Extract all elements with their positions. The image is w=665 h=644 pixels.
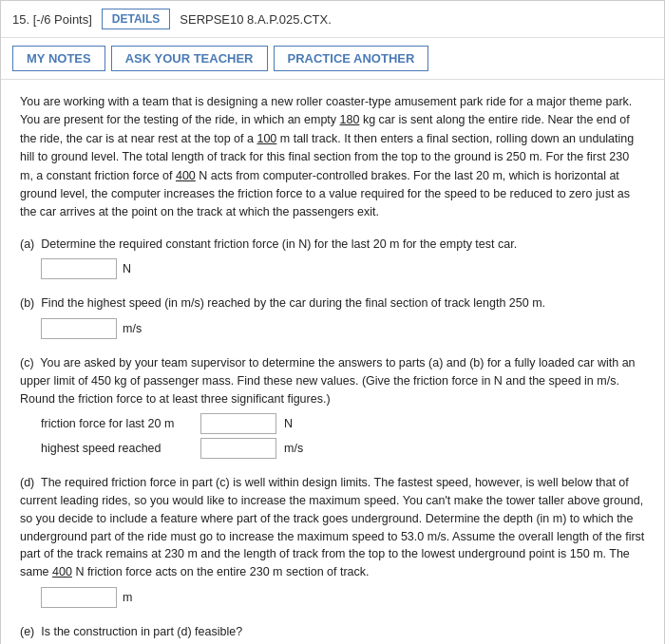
part-b: (b) Find the highest speed (in m/s) reac… <box>20 294 645 339</box>
nav-bar: MY NOTES ASK YOUR TEACHER PRACTICE ANOTH… <box>1 38 664 80</box>
part-b-input[interactable] <box>41 318 117 339</box>
problem-text: You are working with a team that is desi… <box>20 93 645 222</box>
part-c-friction-unit: N <box>284 417 293 430</box>
part-c-speed-row: highest speed reached m/s <box>41 438 645 459</box>
part-d-unit: m <box>123 591 132 604</box>
part-d-input[interactable] <box>41 587 117 608</box>
part-c-question: (c) You are asked by your team superviso… <box>20 354 645 407</box>
part-a-input[interactable] <box>41 258 117 279</box>
part-c-speed-unit: m/s <box>284 442 303 455</box>
my-notes-button[interactable]: MY NOTES <box>12 46 105 71</box>
question-code: SERPSE10 8.A.P.025.CTX. <box>180 12 331 27</box>
ask-teacher-button[interactable]: ASK YOUR TEACHER <box>111 46 268 71</box>
part-b-question: (b) Find the highest speed (in m/s) reac… <box>20 294 645 313</box>
part-a: (a) Determine the required constant fric… <box>20 236 645 280</box>
part-c-friction-label: friction force for last 20 m <box>41 417 193 430</box>
part-e-question: (e) Is the construction in part (d) feas… <box>20 623 645 641</box>
part-c-friction-row: friction force for last 20 m N <box>41 413 645 434</box>
details-button[interactable]: DETAILS <box>102 9 170 29</box>
part-c: (c) You are asked by your team superviso… <box>20 354 645 459</box>
part-b-unit: m/s <box>123 322 142 335</box>
question-number: 15. [-/6 Points] <box>12 12 92 27</box>
part-c-speed-label: highest speed reached <box>41 442 193 455</box>
part-c-speed-input[interactable] <box>200 438 276 459</box>
part-a-unit: N <box>123 262 131 275</box>
part-c-friction-input[interactable] <box>200 413 276 434</box>
part-d-question: (d) The required friction force in part … <box>20 474 645 581</box>
part-c-inputs: friction force for last 20 m N highest s… <box>41 413 645 459</box>
part-d: (d) The required friction force in part … <box>20 474 645 608</box>
part-a-question: (a) Determine the required constant fric… <box>20 236 645 254</box>
practice-another-button[interactable]: PRACTICE ANOTHER <box>274 46 429 71</box>
part-e: (e) Is the construction in part (d) feas… <box>20 623 645 644</box>
